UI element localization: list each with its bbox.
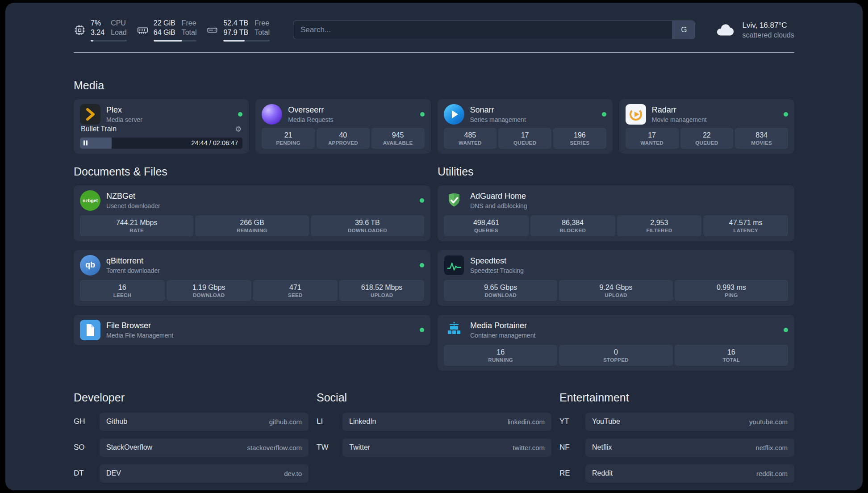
cpu-icon xyxy=(74,24,86,36)
media-progress-bar[interactable]: 24:44 / 02:06:47 xyxy=(80,138,242,149)
bookmark-link-github[interactable]: Github github.com xyxy=(100,413,309,431)
stat-value: 9.24 Gbps xyxy=(561,283,671,292)
bookmark-name: Twitter xyxy=(349,443,370,451)
bookmark-domain: netflix.com xyxy=(755,444,788,451)
bookmark-link-twitter[interactable]: Twitter twitter.com xyxy=(342,439,551,457)
stat-blocked: 86,384 BLOCKED xyxy=(530,215,615,236)
bookmark-abbr: YT xyxy=(559,417,585,426)
stat-pending: 21 PENDING xyxy=(262,128,315,149)
service-description: Usenet downloader xyxy=(106,202,160,209)
service-card-speedtest[interactable]: Speedtest Speedtest Tracking 9.65 Gbps D… xyxy=(438,250,794,306)
stat-label: REMAINING xyxy=(197,228,307,234)
stat-series: 196 SERIES xyxy=(553,128,606,149)
memory-values: 22 GiB 64 GiB xyxy=(154,19,175,38)
service-header: Radarr Movie management xyxy=(626,104,788,125)
stat-label: TOTAL xyxy=(676,357,786,363)
speedtest-icon xyxy=(444,255,464,276)
bookmark-row-github: GH Github github.com xyxy=(74,413,309,431)
stat-value: 16 xyxy=(446,348,555,356)
stat-stopped: 0 STOPPED xyxy=(559,345,672,366)
stat-label: APPROVED xyxy=(318,140,368,146)
bookmark-abbr: SO xyxy=(74,443,100,452)
stat-value: 0.993 ms xyxy=(676,283,786,292)
bookmark-row-dev: DT DEV dev.to xyxy=(74,464,309,483)
bookmark-abbr: NF xyxy=(559,443,585,452)
stat-label: LATENCY xyxy=(705,228,786,234)
section-title-documents: Documents & Files xyxy=(74,165,430,178)
bookmark-name: Netflix xyxy=(592,443,612,451)
developer-section: Developer GH Github github.com SO StackO… xyxy=(74,391,309,483)
service-card-plex[interactable]: Plex Media server Bullet Train ⚙ xyxy=(74,99,249,154)
stat-seed: 471 SEED xyxy=(253,280,338,301)
stat-upload: 618.52 Mbps UPLOAD xyxy=(339,280,424,301)
search-provider-button[interactable]: G xyxy=(672,21,695,39)
cpu-widget: 7% 3.24 CPU Load xyxy=(74,19,127,42)
utilities-section: Utilities AdGuard Home DNS and adblockin… xyxy=(438,165,794,371)
service-stats: 9.65 Gbps DOWNLOAD 9.24 Gbps UPLOAD 0.99… xyxy=(444,280,788,301)
weather-widget: Lviv, 16.87°C scattered clouds xyxy=(715,21,794,39)
bookmark-link-youtube[interactable]: YouTube youtube.com xyxy=(585,413,794,431)
settings-gear-icon[interactable]: ⚙ xyxy=(235,125,242,134)
section-title-utilities: Utilities xyxy=(438,165,794,178)
stat-total: 16 TOTAL xyxy=(675,345,788,366)
service-header: Media Portainer Container management xyxy=(444,320,788,340)
service-name: NZBGet xyxy=(106,192,160,201)
stat-value: 945 xyxy=(373,131,423,139)
section-title-media: Media xyxy=(74,79,794,92)
stat-label: WANTED xyxy=(446,140,495,146)
search-input[interactable] xyxy=(293,21,672,39)
service-card-portainer[interactable]: Media Portainer Container management 16 … xyxy=(438,315,794,371)
service-header: Overseerr Media Requests xyxy=(262,104,424,125)
stat-label: STOPPED xyxy=(561,357,671,363)
bookmark-link-netflix[interactable]: Netflix netflix.com xyxy=(585,439,794,457)
disk-usage-bar xyxy=(223,40,270,42)
service-card-qbittorrent[interactable]: qb qBittorrent Torrent downloader 16 LEE… xyxy=(74,250,430,306)
pause-icon[interactable] xyxy=(83,141,88,146)
stat-available: 945 AVAILABLE xyxy=(371,128,425,149)
stat-label: RATE xyxy=(82,228,192,234)
stat-label: AVAILABLE xyxy=(373,140,423,146)
bookmark-link-stackoverflow[interactable]: StackOverflow stackoverflow.com xyxy=(100,439,309,457)
section-title-developer: Developer xyxy=(74,391,309,404)
status-dot xyxy=(420,263,424,267)
cpu-usage-bar xyxy=(91,40,127,42)
service-header: Sonarr Series management xyxy=(444,104,606,125)
service-name: File Browser xyxy=(106,321,173,330)
service-description: Movie management xyxy=(652,116,707,123)
stat-running: 16 RUNNING xyxy=(444,345,557,366)
bookmark-domain: dev.to xyxy=(284,470,302,477)
service-header: Speedtest Speedtest Tracking xyxy=(444,255,788,276)
bookmark-row-netflix: NF Netflix netflix.com xyxy=(559,439,794,457)
service-stats: 744.21 Mbps RATE 266 GB REMAINING 39.6 T… xyxy=(80,215,424,236)
service-name: qBittorrent xyxy=(106,256,160,266)
bookmark-domain: youtube.com xyxy=(749,418,788,426)
stat-value: 618.52 Mbps xyxy=(341,283,422,292)
memory-usage-bar xyxy=(154,40,197,42)
top-bar: 7% 3.24 CPU Load xyxy=(74,3,794,42)
service-card-nzbget[interactable]: nzbget NZBGet Usenet downloader 744.21 M… xyxy=(74,185,430,241)
service-card-sonarr[interactable]: Sonarr Series management 485 WANTED 17 Q… xyxy=(438,99,613,154)
service-card-filebrowser[interactable]: File Browser Media File Management xyxy=(74,315,430,345)
service-card-overseerr[interactable]: Overseerr Media Requests 21 PENDING 40 A… xyxy=(255,99,430,154)
stat-label: QUEUED xyxy=(500,140,550,146)
bookmark-abbr: TW xyxy=(317,443,342,452)
service-card-adguard[interactable]: AdGuard Home DNS and adblocking 498,461 … xyxy=(438,185,794,241)
stat-latency: 47.571 ms LATENCY xyxy=(703,215,788,236)
stat-label: DOWNLOAD xyxy=(168,292,250,298)
stat-value: 86,384 xyxy=(532,218,613,227)
service-card-radarr[interactable]: Radarr Movie management 17 WANTED 22 QUE… xyxy=(619,99,794,154)
bookmark-link-reddit[interactable]: Reddit reddit.com xyxy=(585,464,794,483)
bookmark-link-linkedin[interactable]: LinkedIn linkedin.com xyxy=(342,413,551,431)
bookmark-link-dev[interactable]: DEV dev.to xyxy=(100,464,309,483)
status-dot xyxy=(784,112,788,117)
stat-value: 47.571 ms xyxy=(705,218,786,227)
bookmark-domain: linkedin.com xyxy=(508,418,545,426)
stat-leech: 16 LEECH xyxy=(80,280,165,301)
stat-value: 40 xyxy=(318,131,368,139)
bookmark-name: DEV xyxy=(106,469,121,477)
search-bar[interactable]: G xyxy=(293,21,695,39)
cloud-icon xyxy=(715,22,735,38)
stat-label: FILTERED xyxy=(619,228,700,234)
stat-value: 485 xyxy=(446,131,495,139)
bookmark-abbr: GH xyxy=(74,417,100,426)
